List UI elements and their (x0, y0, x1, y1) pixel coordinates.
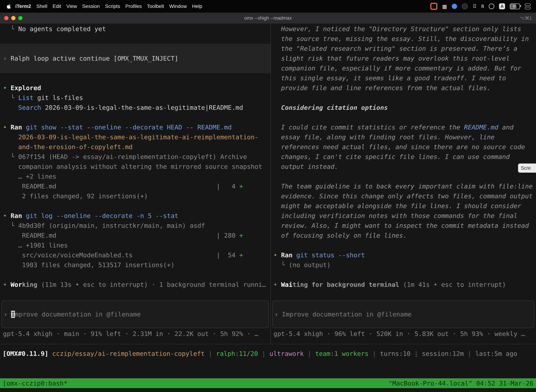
terminal-line (0, 201, 270, 211)
grid-app-icon[interactable]: ▦ (442, 3, 447, 9)
terminal-line: 1903 files changed, 513517 insertions(+) (0, 260, 270, 270)
prompt-chevron: › (4, 311, 11, 318)
tmux-host-clock-label: "MacBook-Pro-44.local" 04:52 31-Mar-26 (388, 380, 533, 387)
session-status-right: gpt-5.4 xhigh · 96% left · 520K in · 5.8… (271, 329, 536, 339)
footer-separator (0, 344, 536, 344)
prompt-input-right[interactable]: › Improve documentation in @filename (272, 300, 534, 328)
terminal-line: review. Also, I might want to inspect th… (271, 221, 536, 231)
terminal-line: this single essay, it seems like a good … (271, 73, 536, 83)
window-title-bar: omx --xhigh --madmax ⌥⌘1 (0, 13, 536, 24)
blue-app-icon[interactable] (452, 4, 457, 9)
menu-status-icons: ▦ ⠿ 8 A 61 (430, 3, 536, 10)
pane-left-output: └ No agents completed yet› Ralph loop ac… (0, 23, 270, 289)
terminal-line (271, 172, 536, 182)
menu-item-session[interactable]: Session (80, 4, 102, 9)
terminal-line (0, 73, 270, 83)
terminal-line: companion analysis without altering the … (0, 162, 270, 172)
battery-icon[interactable]: 61 (510, 4, 520, 9)
omx-status-line: [OMX#0.11.9] cczip/essay/ai-reimplementa… (0, 349, 536, 359)
terminal-line: └ 4b9d30f (origin/main, instructkr/main,… (0, 221, 270, 231)
prompt-input-left[interactable]: › Improve documentation in @filename (1, 300, 269, 328)
battery-percent: 61 (513, 5, 517, 8)
zoom-button[interactable] (18, 16, 23, 20)
screen: iTerm2 Shell Edit View Session Scripts P… (0, 0, 536, 392)
terminal-line: essay file, along with finding root file… (271, 132, 536, 142)
terminal-pane-left[interactable]: └ No agents completed yet› Ralph loop ac… (0, 23, 270, 344)
terminal-line: Search 2026-03-09-is-legal-the-same-as-l… (0, 103, 270, 112)
menu-item-profiles[interactable]: Profiles (123, 4, 144, 9)
menu-item-window[interactable]: Window (167, 4, 190, 9)
terminal-line: evidence. Since this change only affects… (271, 191, 536, 201)
terminal-line: [OMX#0.11.9] cczip/essay/ai-reimplementa… (0, 349, 536, 359)
menu-item-shell[interactable]: Shell (34, 4, 50, 9)
terminal-line: 2 files changed, 92 insertions(+) (0, 191, 270, 201)
input-source-icon[interactable]: A (499, 3, 505, 9)
terminal-line (0, 112, 270, 122)
terminal-line: slight risk that future readers may over… (271, 54, 536, 63)
terminal-line: changes, I can't cite specific file line… (271, 152, 536, 162)
terminal-line (271, 270, 536, 280)
terminal-line: • Waiting for background terminal (1m 41… (271, 280, 536, 289)
menu-bar: iTerm2 Shell Edit View Session Scripts P… (0, 0, 536, 13)
terminal-line: provide file and line references from th… (271, 83, 536, 93)
terminal-line: output instead. (271, 162, 536, 172)
terminal-line: … +2 lines (0, 172, 270, 182)
terminal-line (0, 44, 270, 54)
terminal-line: However, I noticed the "Directory Struct… (271, 24, 536, 34)
tmux-status-bar: [omx-cczip0:bash* "MacBook-Pro-44.local"… (0, 378, 536, 388)
number-8-icon[interactable]: 8 (481, 4, 484, 9)
circular-app-icon[interactable] (489, 4, 494, 9)
prompt-placeholder: Improve documentation in @filename (282, 311, 412, 318)
terminal-line: I could cite commit statistics or refere… (271, 122, 536, 132)
menu-item-edit[interactable]: Edit (50, 4, 64, 9)
terminal-line: references need actual files, and since … (271, 142, 536, 152)
terminal-line: └ (no output) (271, 260, 536, 270)
terminal-line (0, 63, 270, 73)
minimize-button[interactable] (11, 16, 15, 20)
terminal-line: └ No agents completed yet (0, 24, 270, 34)
window-shortcut-label: ⌥⌘1 (520, 16, 536, 21)
terminal: └ No agents completed yet› Ralph loop ac… (0, 23, 536, 392)
pane-right-output: However, I noticed the "Directory Struct… (271, 23, 536, 289)
terminal-line: including verification notes with those … (271, 211, 536, 221)
terminal-line: Considering citation options (271, 103, 536, 112)
menu-item-iterm2[interactable]: iTerm2 (13, 4, 34, 9)
terminal-line: └ List git ls-files (0, 93, 270, 103)
terminal-line: … +1901 lines (0, 240, 270, 250)
terminal-line: of focusing solely on file lines. (271, 231, 536, 240)
edge-tooltip[interactable]: Scre (518, 163, 536, 173)
apple-menu-icon[interactable] (6, 4, 11, 9)
terminal-line: • Working (11m 13s • esc to interrupt) ·… (0, 280, 270, 289)
dark-app-icon[interactable] (462, 3, 468, 9)
menu-item-help[interactable]: Help (189, 4, 205, 9)
window-title: omx --xhigh --madmax (0, 15, 536, 21)
terminal-line: • Ran git status --short (271, 250, 536, 260)
terminal-line: and-the-erosion-of-copyleft.md (0, 142, 270, 152)
terminal-line: README.md | 4 + (0, 182, 270, 191)
terminal-line (0, 34, 270, 44)
dots-grid-icon[interactable]: ⠿ (473, 3, 476, 9)
menu-item-view[interactable]: View (64, 4, 80, 9)
close-button[interactable] (4, 16, 9, 20)
terminal-line: the source tree, missing the essay. Stil… (271, 34, 536, 44)
menu-item-toolbelt[interactable]: Toolbelt (144, 4, 167, 9)
terminal-line: companion file, especially if more comme… (271, 63, 536, 73)
terminal-line: • Explored (0, 83, 270, 93)
terminal-line: might be acceptable alongside the file l… (271, 201, 536, 211)
prompt-placeholder: mprove documentation in @filename (15, 311, 141, 318)
terminal-pane-right[interactable]: However, I noticed the "Directory Struct… (271, 23, 536, 344)
control-center-icon[interactable] (525, 4, 531, 9)
terminal-line (271, 112, 536, 122)
terminal-line: src/voice/voiceModeEnabled.ts | 54 + (0, 250, 270, 260)
terminal-line (0, 270, 270, 280)
terminal-line: the "Related research writing" section i… (271, 44, 536, 54)
terminal-line: README.md | 280 + (0, 231, 270, 240)
terminal-line (271, 93, 536, 103)
screen-recording-indicator-icon[interactable] (430, 3, 437, 10)
terminal-line: The team guideline is to back every impo… (271, 182, 536, 191)
terminal-line: › Ralph loop active continue [OMX_TMUX_I… (0, 54, 270, 63)
traffic-lights (0, 16, 23, 20)
menu-item-scripts[interactable]: Scripts (102, 4, 123, 9)
terminal-line: • Ran git show --stat --oneline --decora… (0, 122, 270, 132)
prompt-chevron: › (274, 311, 282, 318)
